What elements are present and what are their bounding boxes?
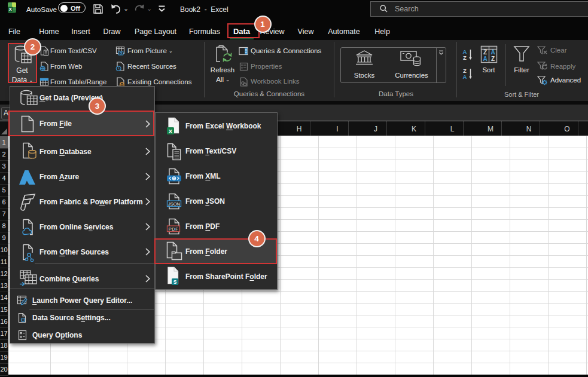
svg-text:A: A [483, 56, 487, 62]
svg-text:A: A [463, 73, 467, 80]
svg-text:X: X [169, 128, 173, 134]
svg-text:Z: Z [491, 56, 495, 62]
svg-text:A: A [490, 49, 495, 56]
svg-text:PDF: PDF [169, 226, 179, 232]
svg-text:Z: Z [483, 49, 487, 56]
svg-text:JSON: JSON [168, 201, 180, 207]
svg-text:x: x [9, 6, 12, 12]
svg-text:S: S [173, 279, 177, 285]
svg-text:Z: Z [463, 54, 467, 61]
